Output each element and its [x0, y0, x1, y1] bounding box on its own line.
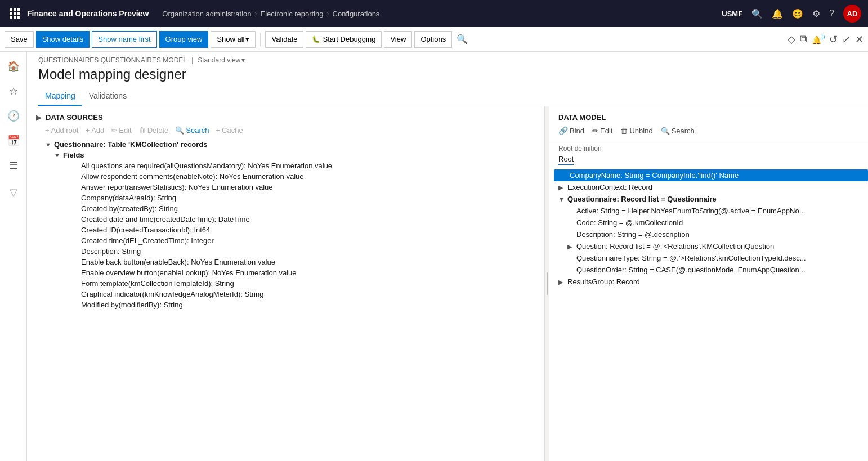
breadcrumb-org[interactable]: Organization administration	[162, 10, 251, 18]
dm-item-execcontext[interactable]: ▶ ExecutionContext: Record	[554, 181, 868, 193]
tree-item-9[interactable]: Description: String	[36, 246, 544, 257]
search-magnify-icon: 🔍	[175, 126, 184, 135]
search-icon[interactable]: 🔍	[751, 8, 763, 19]
cache-label: Cache	[222, 126, 243, 135]
tab-validations[interactable]: Validations	[82, 87, 133, 106]
root-definition: Root definition Root	[549, 140, 868, 169]
questionnaire-dm-label: Questionnaire: Record list = Questionnai…	[567, 195, 717, 203]
tree-item-8[interactable]: Created time(dEL_CreatedTime): Integer	[36, 235, 544, 246]
sidebar-clock-icon[interactable]: 🕐	[3, 106, 24, 126]
dm-item-active[interactable]: Active: String = Helper.NoYesEnumToStrin…	[554, 205, 868, 217]
ds-expand-icon[interactable]: ▶	[36, 114, 41, 122]
search-button[interactable]: 🔍 Search	[175, 126, 209, 135]
question-expand-icon[interactable]: ▶	[567, 242, 576, 250]
tab-mapping[interactable]: Mapping	[38, 87, 82, 106]
tree-item-4[interactable]: Company(dataAreaId): String	[36, 193, 544, 203]
delete-button[interactable]: 🗑 Delete	[138, 126, 169, 135]
dm-edit-button[interactable]: ✏ Edit	[592, 127, 612, 135]
dm-item-questionnaire[interactable]: ▼ Questionnaire: Record list = Questionn…	[554, 193, 868, 205]
tree-item-3[interactable]: Answer report(answerStatistics): NoYes E…	[36, 182, 544, 193]
fields-expand-icon[interactable]: ▼	[54, 151, 63, 159]
dm-item-description[interactable]: Description: String = @.description	[554, 229, 868, 240]
app-title: Finance and Operations Preview	[27, 9, 149, 18]
expand-icon[interactable]: ⧉	[800, 33, 807, 45]
tree-item-questionnaire[interactable]: ▼ Questionnaire: Table 'KMCollection' re…	[36, 139, 544, 150]
breadcrumb-part2[interactable]: Standard view ▾	[198, 56, 245, 64]
cache-plus-icon: +	[216, 126, 220, 135]
dm-item-question[interactable]: ▶ Question: Record list = @.'<Relations'…	[554, 240, 868, 252]
left-sidebar: 🏠 ☆ 🕐 📅 ☰ ▽	[0, 52, 27, 461]
validate-button[interactable]: Validate	[265, 31, 303, 48]
show-all-dropdown-icon: ▾	[245, 35, 249, 43]
add-button[interactable]: + Add	[86, 126, 105, 135]
dm-search-button[interactable]: 🔍 Search	[661, 127, 695, 135]
tree-item-14[interactable]: Modified by(modifiedBy): String	[36, 299, 544, 310]
view-button[interactable]: View	[384, 31, 412, 48]
bind-button[interactable]: 🔗 Bind	[558, 126, 584, 135]
unbind-button[interactable]: 🗑 Unbind	[620, 127, 652, 135]
execcontext-label: ExecutionContext: Record	[567, 183, 652, 191]
save-button[interactable]: Save	[5, 31, 34, 48]
close-icon[interactable]: ✕	[855, 33, 863, 46]
show-details-button[interactable]: Show details	[36, 31, 90, 48]
add-root-button[interactable]: + Add root	[45, 126, 79, 135]
dm-item-code[interactable]: Code: String = @.kmCollectionId	[554, 217, 868, 229]
tree-item-10[interactable]: Enable back button(enableBack): NoYes En…	[36, 257, 544, 267]
tree-item-fields[interactable]: ▼ Fields	[36, 150, 544, 160]
execcontext-expand-icon[interactable]: ▶	[558, 183, 567, 191]
sidebar-list-icon[interactable]: ☰	[3, 155, 24, 176]
notifications-icon[interactable]: 🔔	[772, 8, 783, 19]
resultsgroup-expand-icon[interactable]: ▶	[558, 278, 567, 286]
questionnaire-dm-expand-icon[interactable]: ▼	[558, 195, 567, 203]
sidebar-filter-icon[interactable]: ▽	[3, 182, 24, 203]
breadcrumb-er[interactable]: Electronic reporting	[261, 10, 324, 18]
split-divider[interactable]	[545, 106, 549, 461]
left-pane-toolbar: + Add root + Add ✏ Edit 🗑 Delete 🔍 Searc…	[27, 126, 544, 139]
dm-item-questionorder[interactable]: QuestionOrder: String = CASE(@.questionM…	[554, 264, 868, 276]
toolbar-search-icon[interactable]: 🔍	[457, 34, 468, 44]
diamond-icon[interactable]: ◇	[788, 33, 795, 46]
breadcrumb-config[interactable]: Configurations	[333, 10, 380, 18]
avatar[interactable]: AD	[843, 5, 861, 23]
dm-item-companyname[interactable]: CompanyName: String = CompanyInfo.'find(…	[554, 169, 868, 181]
svg-rect-4	[14, 12, 16, 15]
refresh-icon[interactable]: ↺	[829, 33, 838, 46]
sidebar-star-icon[interactable]: ☆	[3, 81, 24, 101]
questionnaire-expand-icon[interactable]: ▼	[45, 140, 54, 148]
svg-rect-3	[10, 12, 12, 15]
help-icon[interactable]: ?	[829, 8, 834, 19]
sidebar-calendar-icon[interactable]: 📅	[3, 131, 24, 151]
tree-item-13[interactable]: Graphical indicator(kmKnowledgeAnalogMet…	[36, 289, 544, 299]
tree-item-7[interactable]: Created ID(createdTransactionId): Int64	[36, 225, 544, 235]
sidebar-home-icon[interactable]: 🏠	[3, 56, 24, 77]
search-label: Search	[186, 126, 209, 135]
emoji-icon[interactable]: 😊	[792, 8, 803, 19]
group-view-button[interactable]: Group view	[159, 31, 209, 48]
content-header: QUESTIONNAIRES QUESTIONNAIRES MODEL | St…	[27, 52, 868, 87]
tree-item-1[interactable]: All questions are required(allQuestionsM…	[36, 160, 544, 171]
tree-item-5[interactable]: Created by(createdBy): String	[36, 203, 544, 214]
root-definition-label: Root definition	[558, 145, 859, 153]
page-title: Model mapping designer	[38, 66, 857, 87]
companyname-expand-icon	[561, 171, 570, 172]
split-pane: ▶ DATA SOURCES + Add root + Add ✏ Edit 🗑…	[27, 106, 868, 461]
show-all-button[interactable]: Show all ▾	[211, 31, 256, 48]
edit-button[interactable]: ✏ Edit	[111, 126, 131, 135]
show-name-first-button[interactable]: Show name first	[92, 31, 156, 48]
tree-item-2[interactable]: Allow respondent comments(enableNote): N…	[36, 171, 544, 182]
tree-item-11[interactable]: Enable overview button(enableLookup): No…	[36, 267, 544, 278]
badge-icon[interactable]: 🔔0	[812, 34, 825, 44]
code-label: Code: String = @.kmCollectionId	[576, 218, 683, 227]
dm-item-questionnairetype[interactable]: QuestionnaireType: String = @.'>Relation…	[554, 252, 868, 264]
start-debugging-button[interactable]: 🐛 Start Debugging	[306, 31, 382, 48]
tree-item-12[interactable]: Form template(kmCollectionTemplateId): S…	[36, 278, 544, 289]
dm-item-resultsgroup[interactable]: ▶ ResultsGroup: Record	[554, 276, 868, 288]
left-pane-data-sources: ▶ DATA SOURCES + Add root + Add ✏ Edit 🗑…	[27, 106, 545, 461]
options-button[interactable]: Options	[414, 31, 452, 48]
cache-button[interactable]: + Cache	[216, 126, 243, 135]
settings-icon[interactable]: ⚙	[812, 8, 820, 19]
grid-menu-icon[interactable]	[7, 6, 23, 21]
tree-item-6[interactable]: Created date and time(createdDateTime): …	[36, 214, 544, 225]
company-selector[interactable]: USMF	[722, 10, 742, 18]
popout-icon[interactable]: ⤢	[842, 33, 851, 46]
